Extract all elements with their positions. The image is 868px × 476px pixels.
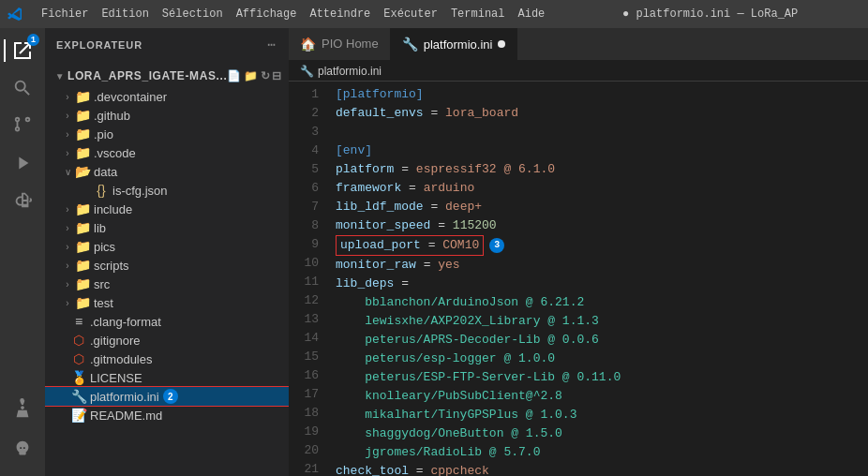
chevron-right-icon: › <box>60 204 75 215</box>
tree-devcontainer[interactable]: › 📁 .devcontainer <box>45 87 289 106</box>
pio-home-tab-icon: 🏠 <box>300 37 316 52</box>
code-line-6: framework = arduino <box>328 179 868 198</box>
tree-item-label: .vscode <box>94 146 136 160</box>
sidebar: EXPLORATEUR ⋯ ▼ LORA_APRS_IGATE-MAS... 📄… <box>45 28 289 476</box>
menu-fichier[interactable]: Fichier <box>36 6 94 22</box>
tree-is-cfg[interactable]: › {} is-cfg.json <box>45 181 289 200</box>
activity-search[interactable] <box>4 69 41 107</box>
code-line-18: mikalhart/TinyGPSPlus @ 1.0.3 <box>328 406 868 424</box>
code-annotation-badge: 3 <box>489 238 504 253</box>
tree-item-label: pics <box>94 240 115 254</box>
code-line-21: check_tool = cppcheck <box>328 462 868 476</box>
vscode-logo-icon <box>7 7 22 22</box>
new-file-tree-icon[interactable]: 📄 <box>227 69 242 82</box>
code-line-3 <box>328 123 868 141</box>
code-line-13: lewisxhe/AXP202X_Library @ 1.1.3 <box>328 312 868 331</box>
folder-icon: 📁 <box>75 201 90 216</box>
markdown-file-icon: 📝 <box>71 408 86 423</box>
activity-explorer[interactable]: 1 <box>4 32 41 69</box>
tree-vscode[interactable]: › 📁 .vscode <box>45 143 289 162</box>
tree-item-label: .devcontainer <box>94 90 167 104</box>
tree-platformio-ini[interactable]: 🔧 platformio.ini 2 <box>45 387 289 406</box>
tree-license[interactable]: 🏅 LICENSE <box>45 368 289 387</box>
tree-item-label: .gitignore <box>90 334 140 348</box>
menu-atteindre[interactable]: Atteindre <box>304 6 376 22</box>
menu-terminal[interactable]: Terminal <box>445 6 511 22</box>
code-line-17: knolleary/PubSubClient@^2.8 <box>328 387 868 406</box>
menu-selection[interactable]: Sélection <box>157 6 229 22</box>
tab-platformio-ini[interactable]: 🔧 platformio.ini <box>391 28 518 60</box>
explorer-title: EXPLORATEUR <box>56 39 142 51</box>
chevron-right-icon: › <box>60 298 75 308</box>
explorer-badge: 1 <box>27 34 39 46</box>
config-file-icon: ≡ <box>71 314 86 329</box>
tree-src[interactable]: › 📁 src <box>45 275 289 293</box>
activity-run[interactable] <box>4 144 41 182</box>
folder-icon: 📁 <box>75 276 90 291</box>
tab-label: PIO Home <box>322 37 379 51</box>
tree-lib[interactable]: › 📁 lib <box>45 218 289 237</box>
tab-modified-indicator <box>498 40 505 48</box>
tree-scripts[interactable]: › 📁 scripts <box>45 256 289 275</box>
activity-test[interactable] <box>4 390 41 427</box>
code-editor[interactable]: [platformio] default_envs = lora_board [… <box>328 82 868 476</box>
tree-github[interactable]: › 📁 .github <box>45 106 289 125</box>
tree-project-root[interactable]: ▼ LORA_APRS_IGATE-MAS... 📄 📁 ↻ ⊟ <box>45 65 289 87</box>
collapse-all-icon[interactable]: ⊟ <box>272 69 282 82</box>
code-line-2: default_envs = lora_board <box>328 104 868 123</box>
tree-item-label: test <box>94 296 113 310</box>
tree-pio[interactable]: › 📁 .pio <box>45 125 289 143</box>
breadcrumb-item[interactable]: platformio.ini <box>318 65 382 78</box>
code-line-11: lib_deps = <box>328 275 868 293</box>
tree-pics[interactable]: › 📁 pics <box>45 237 289 256</box>
activity-extensions[interactable] <box>4 182 41 219</box>
folder-icon: 📁 <box>75 89 90 104</box>
titlebar: Fichier Edition Sélection Affichage Atte… <box>0 0 868 28</box>
chevron-right-icon: › <box>60 242 75 252</box>
tab-label: platformio.ini <box>424 37 493 52</box>
code-line-16: peterus/ESP-FTP-Server-Lib @ 0.11.0 <box>328 368 868 387</box>
folder-icon: 📁 <box>75 145 90 160</box>
tab-pio-home[interactable]: 🏠 PIO Home <box>289 28 391 60</box>
tree-item-label: LICENSE <box>90 371 142 385</box>
breadcrumb: 🔧 platformio.ini <box>289 61 868 82</box>
tree-clang-format[interactable]: ≡ .clang-format <box>45 312 289 331</box>
code-line-5: platform = espressif32 @ 6.1.0 <box>328 160 868 179</box>
folder-icon: 📁 <box>75 126 90 141</box>
menu-aide[interactable]: Aide <box>513 6 551 22</box>
activity-alien[interactable] <box>4 431 41 469</box>
tree-gitignore[interactable]: ⬡ .gitignore <box>45 331 289 350</box>
tree-test[interactable]: › 📁 test <box>45 293 289 312</box>
activity-bar: 1 <box>0 28 45 476</box>
menu-executer[interactable]: Exécuter <box>378 6 443 22</box>
activity-source-control[interactable] <box>4 107 41 144</box>
code-line-1: [platformio] <box>328 85 868 104</box>
sidebar-header-actions: ⋯ <box>266 35 277 54</box>
chevron-down-icon: ∨ <box>60 167 75 177</box>
refresh-tree-icon[interactable]: ↻ <box>261 69 271 82</box>
tree-data[interactable]: ∨ 📂 data <box>45 162 289 181</box>
new-file-icon[interactable]: ⋯ <box>266 35 277 54</box>
folder-open-icon: 📂 <box>75 164 90 179</box>
tabs-bar: 🏠 PIO Home 🔧 platformio.ini <box>289 28 868 61</box>
tree-item-label: platformio.ini <box>90 390 159 404</box>
tree-item-label: .pio <box>94 127 113 141</box>
folder-icon: 📁 <box>75 220 90 235</box>
new-folder-tree-icon[interactable]: 📁 <box>244 69 259 82</box>
editor-area: 🏠 PIO Home 🔧 platformio.ini 🔧 platformio… <box>289 28 868 476</box>
platformio-tab-icon: 🔧 <box>402 37 418 52</box>
code-line-10: monitor_raw = yes <box>328 256 868 275</box>
chevron-right-icon: › <box>60 148 75 158</box>
editor-content: 12345 678910 1112131415 1617181920 2122 … <box>289 82 868 476</box>
breadcrumb-icon: 🔧 <box>300 65 314 78</box>
code-line-14: peterus/APRS-Decoder-Lib @ 0.0.6 <box>328 331 868 350</box>
chevron-right-icon: › <box>60 279 75 290</box>
tree-gitmodules[interactable]: ⬡ .gitmodules <box>45 350 289 368</box>
folder-icon: 📁 <box>75 239 90 254</box>
code-line-15: peterus/esp-logger @ 1.0.0 <box>328 350 868 368</box>
tree-readme[interactable]: 📝 README.md <box>45 406 289 424</box>
tree-include[interactable]: › 📁 include <box>45 200 289 218</box>
menu-affichage[interactable]: Affichage <box>231 6 303 22</box>
menu-edition[interactable]: Edition <box>96 6 154 22</box>
tree-item-label: .github <box>94 109 130 123</box>
